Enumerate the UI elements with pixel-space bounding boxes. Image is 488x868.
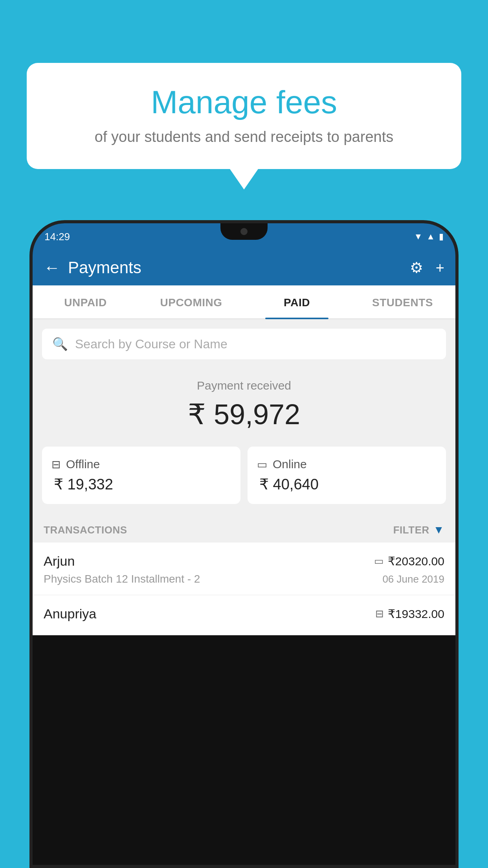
phone-frame: 14:29 ▼ ▲ ▮ ← Payments ⚙ + UNPAID UPCOMI… [29,220,459,868]
search-icon: 🔍 [52,337,68,351]
status-time: 14:29 [44,231,70,243]
battery-icon: ▮ [439,232,444,242]
filter-icon: ▼ [433,524,444,536]
wifi-icon: ▼ [414,232,422,242]
payment-received-label: Payment received [33,379,455,392]
transaction-top-2: Anupriya ⊟ ₹19332.00 [44,606,444,622]
search-bar[interactable]: 🔍 Search by Course or Name [42,329,446,359]
transaction-course-1: Physics Batch 12 Installment - 2 [44,573,200,585]
search-bar-container: 🔍 Search by Course or Name [33,319,455,367]
online-card: ▭ Online ₹ 40,640 [248,447,446,504]
offline-card-header: ⊟ Offline [51,458,231,471]
signal-icon: ▲ [426,232,435,242]
app-header: ← Payments ⚙ + [33,250,455,285]
tab-students[interactable]: STUDENTS [350,285,455,318]
online-card-header: ▭ Online [257,458,437,471]
header-title: Payments [68,258,402,277]
payment-amount: ₹ 59,972 [33,398,455,431]
online-label: Online [273,458,307,471]
filter-button[interactable]: FILTER ▼ [393,524,444,536]
offline-label: Offline [66,458,100,471]
payment-cards: ⊟ Offline ₹ 19,332 ▭ Online ₹ 40,640 [33,439,455,515]
speech-bubble: Manage fees of your students and send re… [27,63,461,169]
transactions-header: TRANSACTIONS FILTER ▼ [33,515,455,542]
transaction-amount-2: ₹19332.00 [388,607,444,621]
bubble-subtitle: of your students and send receipts to pa… [50,129,438,145]
search-placeholder: Search by Course or Name [75,337,227,351]
notch [220,223,268,240]
transaction-amount-wrap-2: ⊟ ₹19332.00 [375,607,444,621]
transaction-type-icon-1: ▭ [374,555,384,567]
online-icon: ▭ [257,458,267,471]
tab-unpaid[interactable]: UNPAID [33,285,138,318]
transaction-name-2: Anupriya [44,606,96,622]
status-icons: ▼ ▲ ▮ [414,232,444,242]
filter-label: FILTER [393,524,429,536]
transaction-row-1[interactable]: Arjun ▭ ₹20320.00 Physics Batch 12 Insta… [33,542,455,595]
header-icons: ⚙ + [410,259,444,276]
back-button[interactable]: ← [44,258,60,277]
transaction-row-2[interactable]: Anupriya ⊟ ₹19332.00 [33,595,455,635]
camera-dot [240,228,248,235]
bubble-title: Manage fees [50,85,438,120]
settings-icon[interactable]: ⚙ [410,259,423,276]
add-icon[interactable]: + [436,259,444,276]
transaction-date-1: 06 June 2019 [382,573,444,585]
offline-icon: ⊟ [51,458,61,471]
offline-amount: ₹ 19,332 [51,476,231,493]
transaction-amount-wrap-1: ▭ ₹20320.00 [374,554,444,568]
payment-received-section: Payment received ₹ 59,972 [33,367,455,439]
transaction-top-1: Arjun ▭ ₹20320.00 [44,554,444,569]
transactions-label: TRANSACTIONS [44,524,127,536]
transaction-amount-1: ₹20320.00 [388,554,444,568]
tab-upcoming[interactable]: UPCOMING [138,285,244,318]
transaction-name-1: Arjun [44,554,75,569]
tab-paid[interactable]: PAID [244,285,350,318]
transaction-bottom-1: Physics Batch 12 Installment - 2 06 June… [44,573,444,585]
online-amount: ₹ 40,640 [257,476,437,493]
tabs-bar: UNPAID UPCOMING PAID STUDENTS [33,285,455,319]
transaction-type-icon-2: ⊟ [375,608,384,620]
status-bar: 14:29 ▼ ▲ ▮ [33,223,455,250]
offline-card: ⊟ Offline ₹ 19,332 [42,447,240,504]
